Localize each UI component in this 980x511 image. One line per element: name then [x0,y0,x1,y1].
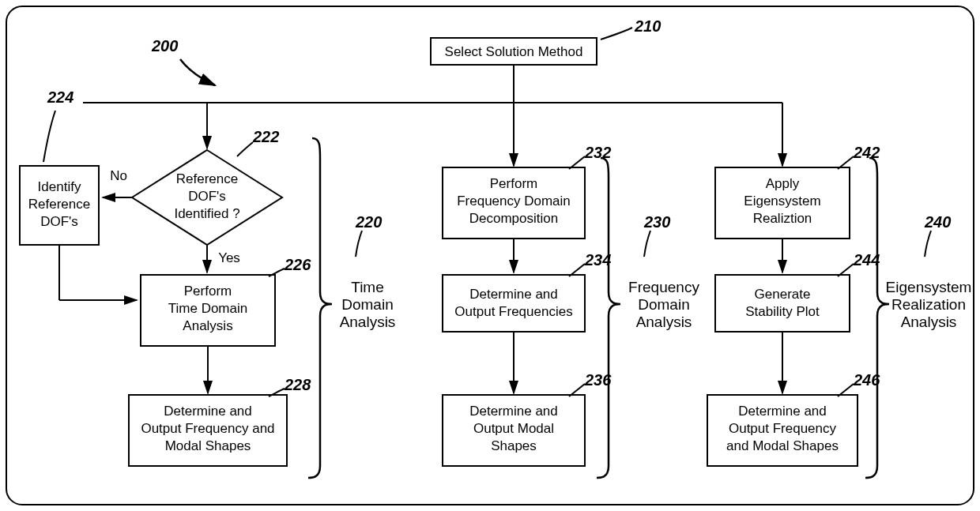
leader-210 [601,28,632,39]
box-232-l2: Frequency Domain [457,194,571,209]
box-234-l2: Output Frequencies [454,304,572,319]
ref-210: 210 [634,17,661,35]
group-230-l1: Frequency [628,279,699,295]
brace-230 [597,158,620,478]
group-220-l2: Domain [341,296,393,313]
leader-226 [269,269,285,276]
decision-line2: DOF's [188,189,226,204]
box-226-l3: Analysis [183,318,232,333]
box-224-l2: Reference [28,197,90,212]
ref-242: 242 [853,144,880,161]
ref-220: 220 [355,213,382,231]
box-228-l3: Modal Shapes [165,438,251,453]
leader-222 [237,142,253,156]
decision-line1: Reference [176,171,238,186]
leader-224 [43,111,55,162]
ref-240: 240 [924,213,951,231]
box-234-l1: Determine and [469,287,558,302]
ref-222: 222 [252,128,279,145]
edge-no-label: No [110,168,127,183]
ref-232: 232 [584,144,611,161]
ref-228: 228 [284,376,311,393]
box-246-l2: Output Frequency [729,421,837,436]
box-generate-stability-plot [715,275,850,332]
group-220-l1: Time [351,279,384,295]
group-230-l2: Domain [638,296,689,313]
flowchart-diagram: 200 Select Solution Method 210 Reference… [0,0,980,511]
brace-220 [308,138,332,478]
box-determine-output-freqs [443,275,585,332]
box-224-l1: Identify [38,179,81,194]
leader-220 [356,231,362,257]
box-244-l2: Stability Plot [745,304,820,319]
ref-234: 234 [584,251,611,269]
ref-230: 230 [643,213,670,231]
box-select-solution-method-label: Select Solution Method [445,44,583,59]
brace-240 [865,158,889,478]
box-244-l1: Generate [755,287,811,302]
box-242-l1: Apply [766,176,800,191]
box-242-l3: Realiztion [753,211,812,226]
leader-230 [644,231,650,257]
group-220-l3: Analysis [340,314,396,330]
ref-244: 244 [853,251,880,269]
box-236-l1: Determine and [469,404,558,419]
box-236-l2: Output Modal [473,421,554,436]
group-240-l3: Analysis [901,314,957,330]
decision-line3: Identified ? [174,206,239,221]
box-226-l1: Perform [184,284,232,299]
edge-yes-label: Yes [218,250,240,265]
ref-200-arrow [180,59,215,85]
group-240-l1: Eigensystem [886,279,972,295]
box-226-l2: Time Domain [168,301,247,316]
box-246-l1: Determine and [738,404,827,419]
ref-224: 224 [47,88,74,106]
box-232-l3: Decomposition [469,211,558,226]
ref-226: 226 [284,256,311,273]
box-236-l3: Shapes [491,438,537,453]
box-232-l1: Perform [490,176,537,191]
box-242-l2: Eigensystem [744,194,820,209]
leader-240 [925,231,931,257]
ref-200: 200 [151,37,178,54]
box-246-l3: and Modal Shapes [726,438,839,453]
box-224-l3: DOF's [40,214,78,229]
group-230-l3: Analysis [636,314,692,330]
box-228-l2: Output Frequency and [141,421,274,436]
box-228-l1: Determine and [164,404,252,419]
group-240-l2: Realization [891,296,966,313]
